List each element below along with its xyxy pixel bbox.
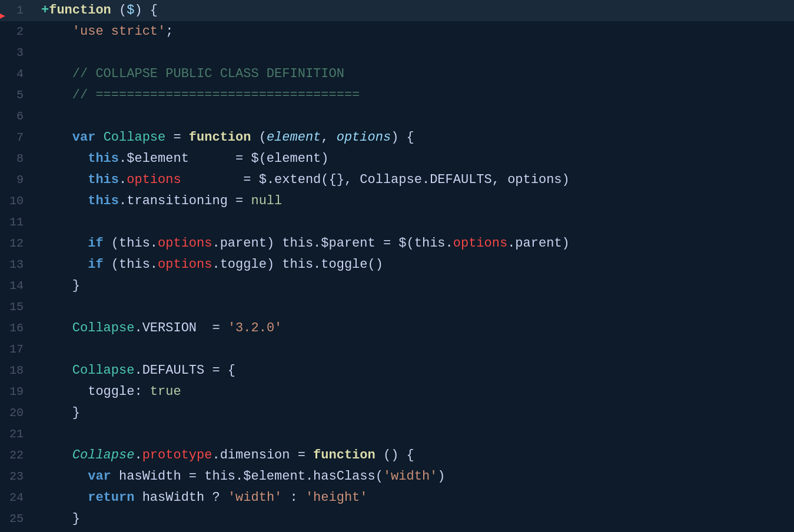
line-number: 24 [0,487,35,508]
line-number: 19 [0,381,35,403]
token: Collapse [72,321,135,335]
token: this [88,151,119,166]
token [41,448,72,463]
token: } [41,405,80,420]
line-number: 10 [0,191,35,212]
line-number: 6 [0,106,35,127]
token: .transitioning = [119,194,251,208]
token: $ [127,3,134,18]
line-number: 5 [0,85,35,106]
line-content: 'use strict'; [35,21,794,42]
code-line: 5 // ================================== [0,85,794,106]
token: 'width' [228,490,282,505]
line-content: } [35,403,794,424]
token: var [72,130,96,145]
token: element [267,130,321,145]
token: . [134,448,142,463]
line-content: } [35,508,794,530]
line-number: 23 [0,466,35,487]
code-line: 20 } [0,403,794,424]
line-content: // COLLAPSE PUBLIC CLASS DEFINITION [35,64,794,85]
code-line: 13 if (this.options.toggle) this.toggle(… [0,254,794,275]
code-line: 1+function ($) { [0,0,794,21]
code-editor: 1+function ($) {2 'use strict';3 4 // CO… [0,0,794,532]
line-number: 7 [0,127,35,148]
code-line: 22 Collapse.prototype.dimension = functi… [0,445,794,466]
line-content: Collapse.prototype.dimension = function … [35,445,794,466]
token: hasWidth ? [134,490,227,505]
line-number: 18 [0,360,35,381]
token: ) { [391,130,414,145]
line-content [35,42,794,64]
token [41,130,72,145]
token: .parent) this.$parent = $(this. [212,236,453,251]
token: return [88,490,134,505]
code-line: 18 Collapse.DEFAULTS = { [0,360,794,381]
token: $.extend({}, Collapse.DEFAULTS, options) [259,172,570,187]
line-number: 21 [0,424,35,445]
line-number: 15 [0,297,35,318]
code-line: 4 // COLLAPSE PUBLIC CLASS DEFINITION [0,64,794,85]
code-line: 8 this.$element = $(element) [0,148,794,169]
code-line: 2 'use strict'; [0,21,794,42]
code-line: 10 this.transitioning = null [0,191,794,212]
token [41,257,88,272]
line-content: var hasWidth = this.$element.hasClass('w… [35,466,794,487]
token: ( [251,130,266,145]
line-content: if (this.options.toggle) this.toggle() [35,254,794,275]
code-line: 24 return hasWidth ? 'width' : 'height' [0,487,794,508]
token: ) [437,469,445,484]
line-number: 25 [0,508,35,530]
line-content [35,212,794,233]
token: .toggle) this.toggle() [212,257,383,272]
token: + [41,3,49,18]
token: (this. [104,257,158,272]
token: Collapse [104,130,166,145]
line-content: if (this.options.parent) this.$parent = … [35,233,794,254]
token: function [313,448,376,463]
token [41,194,88,208]
token: true [150,384,181,399]
token: toggle: [41,384,150,399]
line-content: } [35,275,794,297]
token: this [88,172,119,187]
code-line: 15 [0,297,794,318]
line-number: 3 [0,42,35,64]
code-line: 14 } [0,275,794,297]
code-line: 6 [0,106,794,127]
code-line: 25 } [0,508,794,530]
token: Collapse [72,363,135,378]
token: 'width' [383,469,437,484]
token [41,236,88,251]
token: options [453,236,507,251]
token: () { [376,448,414,463]
line-number: 2 [0,21,35,42]
line-number: 8 [0,148,35,169]
token [41,172,88,187]
token: , [321,130,336,145]
token: ) { [134,3,158,18]
line-content: +function ($) { [35,0,794,21]
code-line: 11 [0,212,794,233]
code-line: 7 var Collapse = function (element, opti… [0,127,794,148]
token: options [158,257,212,272]
line-number: 20 [0,403,35,424]
token [41,321,72,335]
token: 'use strict' [72,24,165,39]
token [41,469,88,484]
token: . [119,172,127,187]
line-number: 1 [0,0,35,21]
line-number: 4 [0,64,35,85]
line-content: toggle: true [35,381,794,403]
line-number: 22 [0,445,35,466]
line-content: return hasWidth ? 'width' : 'height' [35,487,794,508]
token: ( [111,3,127,18]
token: hasWidth = this.$element.hasClass( [111,469,383,484]
token: : [282,490,305,505]
token: $(element) [251,151,328,166]
token [95,130,103,145]
code-line: 21 [0,424,794,445]
token [41,490,88,505]
token: } [41,511,80,526]
line-number: 12 [0,233,35,254]
